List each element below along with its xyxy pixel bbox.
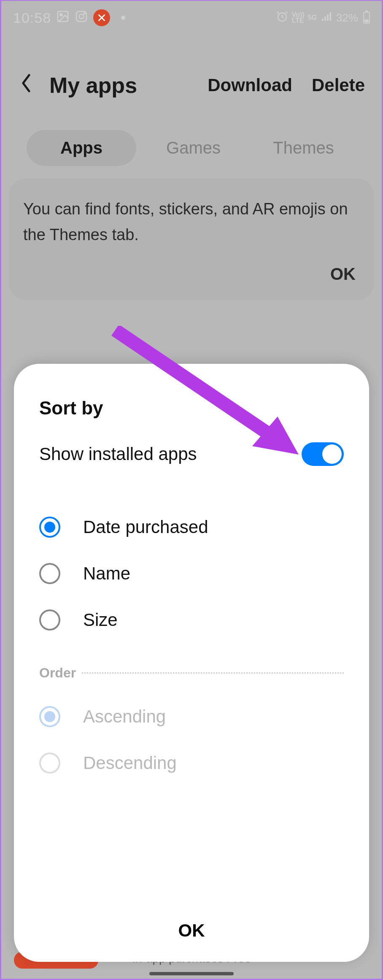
tab-apps[interactable]: Apps (27, 130, 136, 166)
sort-option-size-label: Size (83, 610, 118, 630)
status-left: 10:58 (13, 9, 125, 26)
show-installed-toggle[interactable] (302, 442, 344, 466)
radio-icon (39, 609, 60, 631)
order-section-label: Order (39, 665, 76, 681)
dnd-icon (93, 9, 110, 26)
info-ok-button[interactable]: OK (23, 260, 360, 287)
instagram-icon (75, 10, 88, 26)
order-option-descending-label: Descending (83, 753, 177, 773)
signal-icon (320, 10, 333, 26)
dialog-ok-button[interactable]: OK (39, 895, 344, 962)
app-header: My apps Download Delete (1, 35, 382, 115)
order-section-divider: Order (39, 665, 344, 681)
download-button[interactable]: Download (208, 75, 292, 95)
more-indicator-icon (121, 16, 125, 20)
info-banner: You can find fonts, stickers, and AR emo… (9, 179, 374, 300)
radio-icon (39, 753, 60, 774)
order-option-ascending[interactable]: Ascending (39, 693, 344, 740)
sort-dialog: Sort by Show installed apps Date purchas… (14, 364, 369, 962)
alarm-icon (276, 10, 289, 26)
tab-games[interactable]: Games (140, 130, 246, 166)
sort-option-size[interactable]: Size (39, 597, 344, 643)
delete-button[interactable]: Delete (312, 75, 365, 95)
back-icon[interactable] (18, 73, 34, 97)
sort-option-date[interactable]: Date purchased (39, 504, 344, 550)
gallery-icon (56, 10, 70, 26)
battery-icon (363, 12, 370, 24)
sort-option-name-label: Name (83, 563, 130, 584)
svg-point-4 (84, 13, 85, 14)
navigation-handle[interactable] (149, 972, 234, 975)
page-title: My apps (49, 73, 137, 98)
sort-option-date-label: Date purchased (83, 517, 208, 537)
battery-percent: 32% (336, 11, 358, 24)
clock: 10:58 (13, 10, 51, 26)
network-5g-icon: 5G (308, 15, 317, 21)
divider-line-icon (82, 672, 344, 674)
tab-themes[interactable]: Themes (251, 130, 356, 166)
toggle-knob-icon (322, 444, 342, 464)
radio-icon (39, 706, 60, 727)
svg-point-3 (79, 14, 84, 19)
show-installed-row: Show installed apps (39, 442, 344, 466)
radio-icon (39, 563, 60, 584)
info-text: You can find fonts, stickers, and AR emo… (23, 196, 360, 248)
show-installed-label: Show installed apps (39, 444, 197, 464)
svg-point-1 (60, 14, 62, 16)
tab-bar: Apps Games Themes (1, 115, 382, 179)
order-option-descending[interactable]: Descending (39, 740, 344, 786)
order-option-ascending-label: Ascending (83, 707, 166, 727)
status-bar: 10:58 Vo)) LTE 5G 32% (1, 1, 382, 35)
volte-icon: Vo)) LTE (292, 12, 305, 24)
dialog-title: Sort by (39, 398, 344, 419)
status-right: Vo)) LTE 5G 32% (276, 10, 370, 26)
sort-option-name[interactable]: Name (39, 550, 344, 597)
radio-icon (39, 517, 60, 538)
